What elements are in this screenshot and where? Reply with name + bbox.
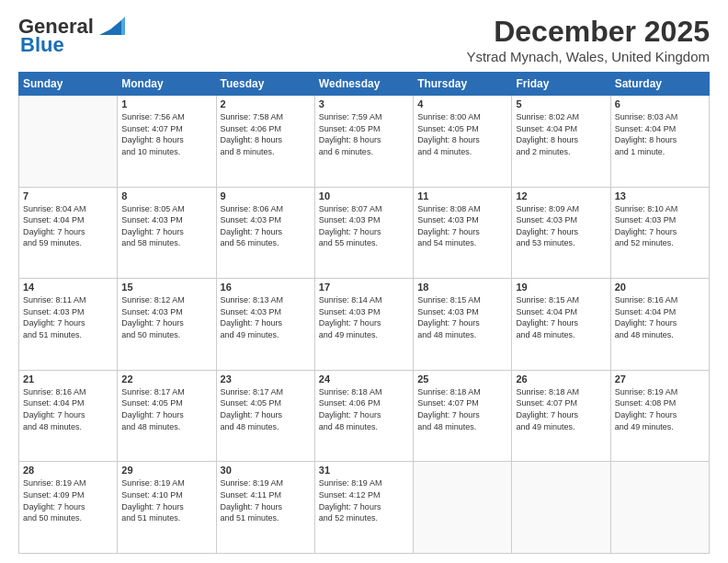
header-thursday: Thursday bbox=[414, 73, 512, 96]
day-number: 8 bbox=[121, 190, 211, 201]
table-row: 28Sunrise: 8:19 AMSunset: 4:09 PMDayligh… bbox=[19, 462, 118, 554]
location: Ystrad Mynach, Wales, United Kingdom bbox=[466, 49, 710, 64]
table-row: 14Sunrise: 8:11 AMSunset: 4:03 PMDayligh… bbox=[19, 279, 118, 371]
day-info: Sunrise: 7:59 AMSunset: 4:05 PMDaylight:… bbox=[319, 111, 409, 157]
table-row: 30Sunrise: 8:19 AMSunset: 4:11 PMDayligh… bbox=[216, 462, 314, 554]
week-row-1: 7Sunrise: 8:04 AMSunset: 4:04 PMDaylight… bbox=[19, 187, 710, 279]
day-info: Sunrise: 8:07 AMSunset: 4:03 PMDaylight:… bbox=[319, 203, 409, 249]
day-info: Sunrise: 8:17 AMSunset: 4:05 PMDaylight:… bbox=[121, 386, 211, 432]
table-row: 16Sunrise: 8:13 AMSunset: 4:03 PMDayligh… bbox=[216, 279, 314, 371]
week-row-4: 28Sunrise: 8:19 AMSunset: 4:09 PMDayligh… bbox=[19, 462, 710, 554]
table-row: 19Sunrise: 8:15 AMSunset: 4:04 PMDayligh… bbox=[512, 279, 610, 371]
table-row: 27Sunrise: 8:19 AMSunset: 4:08 PMDayligh… bbox=[610, 370, 709, 462]
day-info: Sunrise: 8:14 AMSunset: 4:03 PMDaylight:… bbox=[319, 294, 409, 340]
day-number: 23 bbox=[221, 373, 311, 385]
header-sunday: Sunday bbox=[19, 73, 118, 96]
day-number: 28 bbox=[23, 465, 113, 476]
table-row: 25Sunrise: 8:18 AMSunset: 4:07 PMDayligh… bbox=[414, 370, 512, 462]
page: General Blue December 2025 Ystrad Mynach… bbox=[0, 0, 728, 563]
day-info: Sunrise: 8:18 AMSunset: 4:07 PMDaylight:… bbox=[516, 386, 606, 432]
header-monday: Monday bbox=[118, 73, 216, 96]
day-number: 31 bbox=[319, 465, 409, 476]
day-info: Sunrise: 8:10 AMSunset: 4:03 PMDaylight:… bbox=[615, 203, 705, 249]
day-info: Sunrise: 8:16 AMSunset: 4:04 PMDaylight:… bbox=[615, 294, 705, 340]
table-row: 1Sunrise: 7:56 AMSunset: 4:07 PMDaylight… bbox=[118, 96, 216, 188]
day-number: 9 bbox=[221, 190, 311, 201]
day-number: 6 bbox=[615, 98, 705, 109]
day-number: 10 bbox=[319, 190, 409, 201]
day-info: Sunrise: 8:16 AMSunset: 4:04 PMDaylight:… bbox=[23, 386, 113, 432]
day-number: 25 bbox=[417, 373, 507, 385]
day-number: 14 bbox=[23, 282, 113, 293]
week-row-3: 21Sunrise: 8:16 AMSunset: 4:04 PMDayligh… bbox=[19, 370, 710, 462]
month-title: December 2025 bbox=[466, 15, 710, 49]
table-row: 15Sunrise: 8:12 AMSunset: 4:03 PMDayligh… bbox=[118, 279, 216, 371]
logo-icon bbox=[96, 17, 125, 37]
day-info: Sunrise: 8:04 AMSunset: 4:04 PMDaylight:… bbox=[23, 203, 113, 249]
day-info: Sunrise: 8:06 AMSunset: 4:03 PMDaylight:… bbox=[221, 203, 311, 249]
day-info: Sunrise: 8:02 AMSunset: 4:04 PMDaylight:… bbox=[516, 111, 606, 157]
day-info: Sunrise: 8:19 AMSunset: 4:12 PMDaylight:… bbox=[319, 477, 409, 523]
day-info: Sunrise: 8:19 AMSunset: 4:11 PMDaylight:… bbox=[221, 477, 311, 523]
header-friday: Friday bbox=[512, 73, 610, 96]
day-info: Sunrise: 8:18 AMSunset: 4:06 PMDaylight:… bbox=[319, 386, 409, 432]
table-row: 6Sunrise: 8:03 AMSunset: 4:04 PMDaylight… bbox=[610, 96, 709, 188]
svg-marker-1 bbox=[121, 17, 125, 35]
table-row: 2Sunrise: 7:58 AMSunset: 4:06 PMDaylight… bbox=[216, 96, 314, 188]
svg-marker-0 bbox=[99, 20, 121, 35]
table-row: 17Sunrise: 8:14 AMSunset: 4:03 PMDayligh… bbox=[314, 279, 413, 371]
table-row: 29Sunrise: 8:19 AMSunset: 4:10 PMDayligh… bbox=[118, 462, 216, 554]
day-number: 15 bbox=[121, 282, 211, 293]
header-tuesday: Tuesday bbox=[216, 73, 314, 96]
table-row: 22Sunrise: 8:17 AMSunset: 4:05 PMDayligh… bbox=[118, 370, 216, 462]
week-row-0: 1Sunrise: 7:56 AMSunset: 4:07 PMDaylight… bbox=[19, 96, 710, 188]
day-number: 24 bbox=[319, 373, 409, 385]
day-info: Sunrise: 8:08 AMSunset: 4:03 PMDaylight:… bbox=[417, 203, 507, 249]
day-number: 29 bbox=[121, 465, 211, 476]
table-row: 24Sunrise: 8:18 AMSunset: 4:06 PMDayligh… bbox=[314, 370, 413, 462]
table-row: 23Sunrise: 8:17 AMSunset: 4:05 PMDayligh… bbox=[216, 370, 314, 462]
table-row: 31Sunrise: 8:19 AMSunset: 4:12 PMDayligh… bbox=[314, 462, 413, 554]
day-info: Sunrise: 8:13 AMSunset: 4:03 PMDaylight:… bbox=[221, 294, 311, 340]
table-row bbox=[512, 462, 610, 554]
day-info: Sunrise: 8:03 AMSunset: 4:04 PMDaylight:… bbox=[615, 111, 705, 157]
table-row: 9Sunrise: 8:06 AMSunset: 4:03 PMDaylight… bbox=[216, 187, 314, 279]
table-row: 5Sunrise: 8:02 AMSunset: 4:04 PMDaylight… bbox=[512, 96, 610, 188]
day-number: 7 bbox=[23, 190, 113, 201]
day-number: 16 bbox=[221, 282, 311, 293]
table-row: 20Sunrise: 8:16 AMSunset: 4:04 PMDayligh… bbox=[610, 279, 709, 371]
header-saturday: Saturday bbox=[610, 73, 709, 96]
day-number: 13 bbox=[615, 190, 705, 201]
day-info: Sunrise: 8:19 AMSunset: 4:10 PMDaylight:… bbox=[121, 477, 211, 523]
day-number: 2 bbox=[221, 98, 311, 109]
table-row bbox=[19, 96, 118, 188]
day-info: Sunrise: 8:09 AMSunset: 4:03 PMDaylight:… bbox=[516, 203, 606, 249]
table-row: 8Sunrise: 8:05 AMSunset: 4:03 PMDaylight… bbox=[118, 187, 216, 279]
day-info: Sunrise: 7:58 AMSunset: 4:06 PMDaylight:… bbox=[221, 111, 311, 157]
day-number: 26 bbox=[516, 373, 606, 385]
day-number: 27 bbox=[615, 373, 705, 385]
day-number: 18 bbox=[417, 282, 507, 293]
table-row: 7Sunrise: 8:04 AMSunset: 4:04 PMDaylight… bbox=[19, 187, 118, 279]
day-info: Sunrise: 8:12 AMSunset: 4:03 PMDaylight:… bbox=[121, 294, 211, 340]
table-row: 10Sunrise: 8:07 AMSunset: 4:03 PMDayligh… bbox=[314, 187, 413, 279]
day-number: 30 bbox=[221, 465, 311, 476]
table-row: 4Sunrise: 8:00 AMSunset: 4:05 PMDaylight… bbox=[414, 96, 512, 188]
header-wednesday: Wednesday bbox=[314, 73, 413, 96]
table-row: 11Sunrise: 8:08 AMSunset: 4:03 PMDayligh… bbox=[414, 187, 512, 279]
table-row: 12Sunrise: 8:09 AMSunset: 4:03 PMDayligh… bbox=[512, 187, 610, 279]
day-number: 1 bbox=[121, 98, 211, 109]
day-number: 19 bbox=[516, 282, 606, 293]
day-info: Sunrise: 8:05 AMSunset: 4:03 PMDaylight:… bbox=[121, 203, 211, 249]
calendar-table: Sunday Monday Tuesday Wednesday Thursday… bbox=[18, 72, 710, 554]
table-row: 13Sunrise: 8:10 AMSunset: 4:03 PMDayligh… bbox=[610, 187, 709, 279]
title-section: December 2025 Ystrad Mynach, Wales, Unit… bbox=[466, 15, 710, 64]
day-number: 5 bbox=[516, 98, 606, 109]
day-number: 21 bbox=[23, 373, 113, 385]
day-number: 20 bbox=[615, 282, 705, 293]
logo: General Blue bbox=[18, 15, 125, 57]
day-number: 17 bbox=[319, 282, 409, 293]
day-number: 22 bbox=[121, 373, 211, 385]
table-row bbox=[414, 462, 512, 554]
day-info: Sunrise: 8:18 AMSunset: 4:07 PMDaylight:… bbox=[417, 386, 507, 432]
